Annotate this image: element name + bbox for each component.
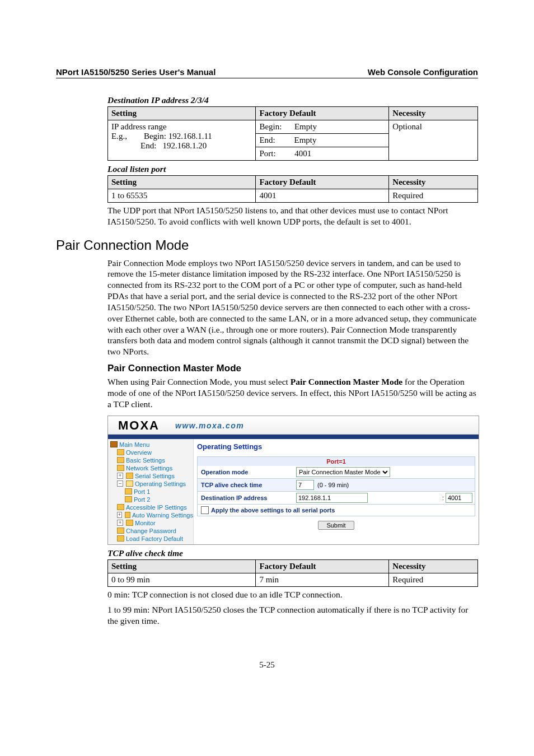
header-right: Web Console Configuration bbox=[368, 67, 478, 77]
nav-port-1[interactable]: Port 1 bbox=[110, 488, 193, 496]
th-default: Factory Default bbox=[256, 176, 389, 189]
nav-label: Main Menu bbox=[119, 441, 149, 448]
td-default-port: Port: 4001 bbox=[256, 147, 389, 161]
plus-icon: + bbox=[117, 473, 123, 479]
folder-icon bbox=[125, 512, 130, 518]
label-dest-ip: Destination IP address bbox=[198, 493, 294, 502]
nav-label: Change Password bbox=[126, 528, 176, 534]
colon: : bbox=[442, 494, 444, 501]
val-operation-mode: Pair Connection Master Mode bbox=[294, 466, 475, 478]
shot-header: MOXA www.moxa.com bbox=[108, 416, 479, 435]
nav-label: Auto Warning Settings bbox=[132, 512, 193, 519]
t1-setting-l1: IP address range bbox=[111, 122, 252, 132]
folder-icon bbox=[126, 473, 133, 479]
table3-note1: 0 min: TCP connection is not closed due … bbox=[107, 589, 478, 600]
nav-port-2[interactable]: Port 2 bbox=[110, 496, 193, 503]
port-header: Port=1 bbox=[197, 456, 475, 466]
th-setting: Setting bbox=[108, 176, 256, 189]
folder-icon bbox=[117, 528, 124, 534]
table-destination-ip: Setting Factory Default Necessity IP add… bbox=[107, 106, 478, 161]
nav-label: Overview bbox=[126, 449, 152, 456]
nav-serial-settings[interactable]: +Serial Settings bbox=[110, 472, 193, 480]
nav-basic-settings[interactable]: Basic Settings bbox=[110, 456, 193, 464]
nav-overview[interactable]: Overview bbox=[110, 449, 193, 456]
th-setting: Setting bbox=[108, 559, 256, 573]
folder-icon bbox=[126, 520, 133, 526]
nav-change-password[interactable]: Change Password bbox=[110, 527, 193, 535]
nav-label: Serial Settings bbox=[135, 473, 175, 479]
dest-port-input[interactable] bbox=[446, 493, 472, 503]
folder-icon bbox=[117, 535, 124, 542]
nav-label: Operating Settings bbox=[135, 480, 186, 487]
tcp-alive-input[interactable] bbox=[296, 480, 314, 490]
nav-label: Port 2 bbox=[134, 496, 150, 503]
table-local-listen-port: Setting Factory Default Necessity 1 to 6… bbox=[107, 175, 478, 203]
t1-end: End: 192.168.1.20 bbox=[111, 141, 252, 151]
nav-accessible-ip[interactable]: Accessible IP Settings bbox=[110, 503, 193, 511]
subsection-title: Pair Connection Master Mode bbox=[107, 363, 478, 374]
header-left: NPort IA5150/5250 Series User's Manual bbox=[56, 67, 216, 77]
th-necessity: Necessity bbox=[389, 176, 478, 189]
folder-icon bbox=[117, 504, 124, 510]
td-setting: IP address range E.g., Begin: 192.168.1.… bbox=[108, 120, 256, 161]
content-block-2: Pair Connection Mode employs two NPort I… bbox=[107, 258, 478, 627]
apply-all-checkbox[interactable] bbox=[201, 506, 209, 514]
t1-eg: E.g., bbox=[111, 132, 127, 141]
td-necessity: Optional bbox=[389, 120, 478, 161]
shot-band bbox=[108, 435, 479, 439]
td-default: 4001 bbox=[256, 189, 389, 203]
folder-open-icon bbox=[126, 480, 133, 487]
table2-caption: Local listen port bbox=[107, 164, 478, 174]
folder-icon bbox=[125, 496, 132, 502]
section-body: Pair Connection Mode employs two NPort I… bbox=[107, 258, 478, 357]
td-setting: 0 to 99 min bbox=[108, 573, 256, 586]
td-setting: 1 to 65535 bbox=[108, 189, 256, 203]
val-tcp-alive: (0 - 99 min) bbox=[294, 479, 475, 491]
nav-load-factory-default[interactable]: Load Factory Default bbox=[110, 535, 193, 543]
folder-icon bbox=[117, 465, 124, 471]
submit-button[interactable]: Submit bbox=[318, 521, 354, 530]
nav-monitor[interactable]: +Monitor bbox=[110, 519, 193, 527]
table-tcp-alive: Setting Factory Default Necessity 0 to 9… bbox=[107, 559, 478, 587]
intro-bold: Pair Connection Master Mode bbox=[291, 377, 402, 386]
intro-a: When using Pair Connection Mode, you mus… bbox=[107, 377, 291, 386]
plus-icon: + bbox=[117, 512, 122, 518]
label-operation-mode: Operation mode bbox=[198, 468, 294, 477]
nav-main-menu[interactable]: Main Menu bbox=[110, 441, 193, 449]
content-block: Destination IP address 2/3/4 Setting Fac… bbox=[107, 95, 478, 227]
folder-icon bbox=[125, 488, 132, 494]
td-default-end: End: Empty bbox=[256, 134, 389, 147]
val-dest-ip: : bbox=[294, 492, 475, 504]
row-dest-ip: Destination IP address : bbox=[197, 492, 475, 505]
row-apply-all: Apply the above settings to all serial p… bbox=[197, 505, 475, 516]
dest-ip-port: : bbox=[442, 493, 472, 503]
th-necessity: Necessity bbox=[389, 559, 478, 573]
nav-network-settings[interactable]: Network Settings bbox=[110, 464, 193, 472]
tcp-alive-hint: (0 - 99 min) bbox=[317, 482, 349, 488]
plus-icon: + bbox=[117, 520, 123, 526]
folder-icon bbox=[110, 441, 118, 447]
t1-setting-l2: E.g., Begin: 192.168.1.11 bbox=[111, 132, 252, 141]
td-default: 7 min bbox=[256, 573, 389, 586]
moxa-logo: MOXA bbox=[118, 418, 160, 433]
row-operation-mode: Operation mode Pair Connection Master Mo… bbox=[197, 466, 475, 479]
table3-note2: 1 to 99 min: NPort IA5150/5250 closes th… bbox=[107, 604, 478, 627]
header-rule bbox=[56, 78, 478, 78]
running-header: NPort IA5150/5250 Series User's Manual W… bbox=[56, 67, 478, 77]
subsection-intro: When using Pair Connection Mode, you mus… bbox=[107, 376, 478, 409]
th-default: Factory Default bbox=[256, 559, 389, 573]
folder-icon bbox=[117, 457, 124, 463]
page-number: 5-25 bbox=[56, 660, 478, 670]
nav-tree: Main Menu Overview Basic Settings Networ… bbox=[108, 439, 194, 544]
td-default-begin: Begin: Empty bbox=[256, 120, 389, 134]
embedded-screenshot: MOXA www.moxa.com Main Menu Overview Bas… bbox=[107, 416, 479, 545]
operation-mode-select[interactable]: Pair Connection Master Mode bbox=[296, 467, 390, 477]
nav-auto-warning[interactable]: +Auto Warning Settings bbox=[110, 511, 193, 519]
submit-row: Submit bbox=[197, 516, 475, 532]
nav-operating-settings[interactable]: –Operating Settings bbox=[110, 480, 193, 488]
dest-ip-input[interactable] bbox=[296, 493, 368, 503]
nav-label: Monitor bbox=[135, 520, 156, 526]
nav-label: Load Factory Default bbox=[126, 535, 183, 542]
th-necessity: Necessity bbox=[389, 107, 478, 120]
table3-caption: TCP alive check time bbox=[107, 548, 478, 558]
